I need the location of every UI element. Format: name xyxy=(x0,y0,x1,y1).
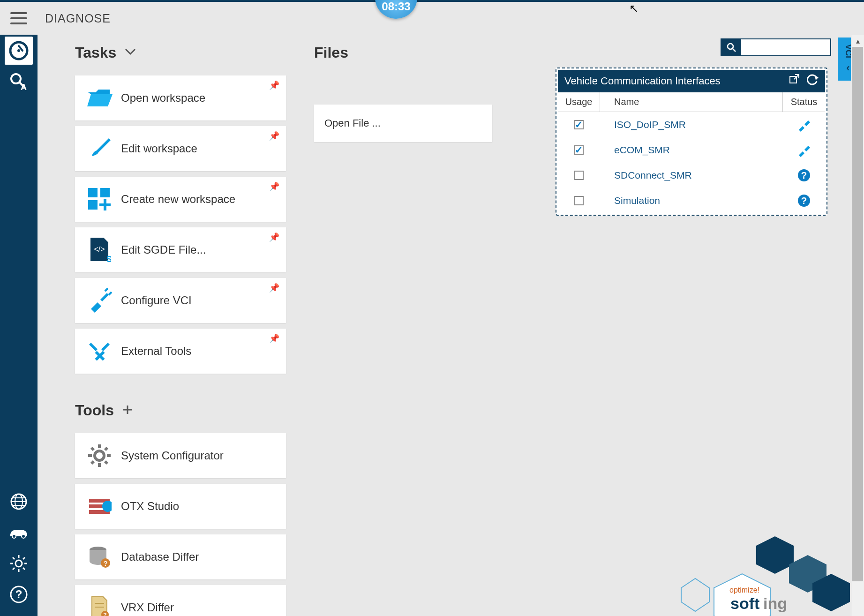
svg-rect-29 xyxy=(88,200,98,210)
svg-text:?: ? xyxy=(15,588,23,601)
tool-vrx-differ[interactable]: ? VRX Differ xyxy=(75,585,286,616)
search-a-icon: A xyxy=(8,71,29,92)
help-status-icon: ? xyxy=(798,169,810,181)
globe-icon xyxy=(9,492,28,511)
tools-title: Tools xyxy=(75,402,114,419)
svg-rect-28 xyxy=(100,188,110,197)
task-label: Open workspace xyxy=(121,91,205,105)
gear-icon xyxy=(9,554,28,573)
svg-line-35 xyxy=(109,292,112,295)
scroll-up-icon[interactable]: ▴ xyxy=(851,35,864,47)
svg-point-40 xyxy=(95,451,104,460)
tool-label: System Configurator xyxy=(121,449,224,462)
vci-row[interactable]: SDConnect_SMR? xyxy=(558,163,825,188)
task-configure-vci[interactable]: Configure VCI 📌 xyxy=(75,278,286,323)
chevron-down-icon[interactable] xyxy=(125,48,136,58)
svg-text:S: S xyxy=(106,255,111,263)
tool-label: Database Differ xyxy=(121,550,199,563)
vci-name: ISO_DoIP_SMR xyxy=(600,119,783,130)
help-icon: ? xyxy=(9,585,28,604)
svg-line-47 xyxy=(105,448,107,450)
svg-line-48 xyxy=(91,461,94,464)
pin-icon[interactable]: 📌 xyxy=(269,131,279,141)
cog-icon xyxy=(85,442,113,470)
pin-icon[interactable]: 📌 xyxy=(269,80,279,90)
svg-marker-64 xyxy=(815,75,819,80)
plug-connected-icon xyxy=(797,118,811,132)
svg-text:?: ? xyxy=(103,612,106,616)
checkbox-icon[interactable] xyxy=(574,171,584,180)
tiles-plus-icon xyxy=(85,185,113,213)
tool-label: OTX Studio xyxy=(121,500,179,513)
sidebar-diagnose[interactable] xyxy=(5,37,33,65)
sidebar-help[interactable]: ? xyxy=(5,580,33,608)
sidebar-car[interactable] xyxy=(5,518,33,547)
svg-text:</>: </> xyxy=(94,245,105,253)
brush-icon xyxy=(85,135,113,163)
tool-otx-studio[interactable]: OTX Studio xyxy=(75,484,286,529)
checkbox-icon[interactable]: ✓ xyxy=(574,145,584,155)
scroll-thumb[interactable] xyxy=(852,47,863,581)
sidebar-globe[interactable] xyxy=(5,488,33,516)
folder-open-icon xyxy=(85,84,113,112)
tool-database-differ[interactable]: ? Database Differ xyxy=(75,534,286,579)
search-icon xyxy=(721,39,741,55)
tool-label: VRX Differ xyxy=(121,601,174,614)
task-external-tools[interactable]: External Tools 📌 xyxy=(75,329,286,374)
checkbox-icon[interactable] xyxy=(574,196,584,205)
plus-icon[interactable] xyxy=(122,405,133,417)
open-file-label: Open File ... xyxy=(324,117,381,129)
vci-panel: Vehicle Communication Interfaces Usage N… xyxy=(556,68,827,216)
pin-icon[interactable]: 📌 xyxy=(269,283,279,293)
task-create-workspace[interactable]: Create new workspace 📌 xyxy=(75,177,286,222)
task-label: Configure VCI xyxy=(121,294,192,307)
page-title: DIAGNOSE xyxy=(45,12,111,25)
svg-text:?: ? xyxy=(104,560,108,567)
pin-icon[interactable]: 📌 xyxy=(269,232,279,242)
database-icon: ? xyxy=(85,543,113,571)
sidebar: A ? xyxy=(0,35,38,616)
pin-icon[interactable]: 📌 xyxy=(269,333,279,344)
task-label: External Tools xyxy=(121,345,191,358)
svg-line-46 xyxy=(105,461,107,464)
svg-point-5 xyxy=(17,49,20,52)
tools-header[interactable]: Tools xyxy=(75,402,286,419)
cursor-icon: ↖ xyxy=(629,2,639,15)
vci-name: Simulation xyxy=(600,195,783,206)
plug-connected-icon xyxy=(797,143,811,157)
col-name: Name xyxy=(600,92,783,112)
task-edit-workspace[interactable]: Edit workspace 📌 xyxy=(75,126,286,171)
svg-line-22 xyxy=(23,568,25,570)
svg-line-24 xyxy=(13,568,15,570)
plug-icon xyxy=(85,286,113,315)
scrollbar[interactable]: ▴ xyxy=(851,35,864,616)
vci-row[interactable]: ✓ISO_DoIP_SMR xyxy=(558,112,825,137)
svg-rect-27 xyxy=(88,188,98,197)
popout-icon[interactable] xyxy=(789,74,800,89)
vci-table-head: Usage Name Status xyxy=(558,92,825,112)
sidebar-settings[interactable] xyxy=(5,549,33,578)
open-file-card[interactable]: Open File ... xyxy=(314,105,492,142)
svg-line-61 xyxy=(733,49,736,52)
tool-system-configurator[interactable]: System Configurator xyxy=(75,433,286,478)
vci-row[interactable]: ✓eCOM_SMR xyxy=(558,137,825,163)
vci-panel-title: Vehicle Communication Interfaces xyxy=(564,75,721,87)
vci-row[interactable]: Simulation? xyxy=(558,188,825,213)
sidebar-analyze[interactable]: A xyxy=(5,68,33,96)
checkbox-icon[interactable]: ✓ xyxy=(574,120,584,129)
task-open-workspace[interactable]: Open workspace 📌 xyxy=(75,75,286,120)
search-box[interactable] xyxy=(721,38,831,56)
pin-icon[interactable]: 📌 xyxy=(269,181,279,192)
task-edit-sgde[interactable]: </>S Edit SGDE File... 📌 xyxy=(75,227,286,272)
menu-button[interactable] xyxy=(0,2,38,35)
svg-point-60 xyxy=(728,44,733,49)
svg-line-45 xyxy=(91,448,94,450)
car-icon xyxy=(8,526,29,539)
tasks-header[interactable]: Tasks xyxy=(75,44,286,61)
files-title: Files xyxy=(314,44,348,61)
refresh-icon[interactable] xyxy=(806,74,819,89)
search-input[interactable] xyxy=(741,39,830,55)
col-usage: Usage xyxy=(558,92,600,112)
help-status-icon: ? xyxy=(798,195,810,207)
vci-name: SDConnect_SMR xyxy=(600,170,783,181)
